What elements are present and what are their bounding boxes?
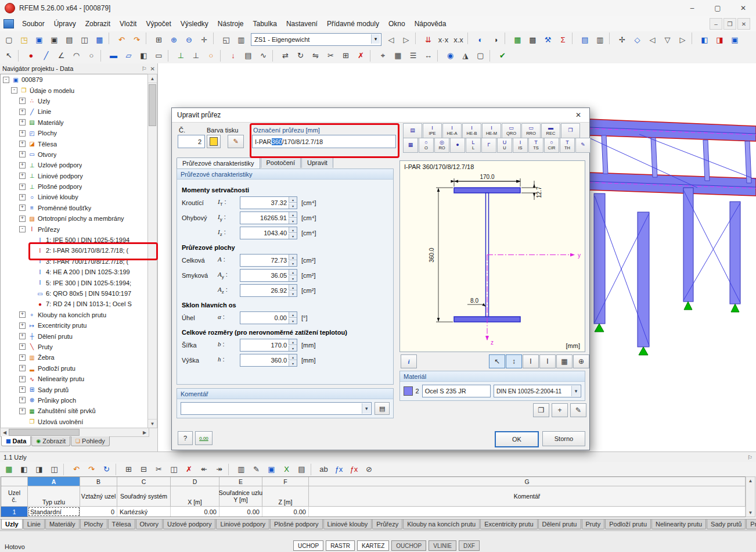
isometric-view-icon[interactable]: ◇ (630, 33, 645, 46)
value-spinner[interactable]: 26.92 (240, 284, 297, 297)
column-letter[interactable]: G (309, 477, 746, 486)
tree-item[interactable]: I 4: HE A 200 | DIN 1025-3:199 (1, 267, 149, 277)
mesh-settings-icon[interactable]: ▩ (525, 33, 540, 46)
table-tab[interactable]: Linie (23, 519, 45, 529)
node-type-cell[interactable]: Standardní (28, 507, 80, 517)
surface-icon[interactable]: ▱ (121, 49, 136, 63)
value-spinner[interactable]: 16265.91 (240, 212, 297, 224)
picture-icon[interactable]: ▣ (264, 463, 279, 476)
navigator-tab[interactable]: ❏ Pohledy (71, 436, 110, 446)
comment-combo[interactable] (181, 402, 372, 415)
table-tab[interactable]: Liniové podpory (216, 519, 269, 529)
tree-item[interactable]: + ╱ Linie (1, 106, 149, 117)
tree-item[interactable]: + ⊥ Uzlové podpory (1, 160, 149, 170)
x-cell[interactable]: 0.00 (171, 507, 219, 517)
maximize-button[interactable]: ▢ (705, 0, 730, 16)
select-pointer-icon[interactable]: ↖ (2, 49, 16, 63)
separator[interactable] (467, 33, 471, 44)
section-heb-button[interactable]: I HE-B (462, 123, 481, 138)
tree-item[interactable]: + ∘ Klouby na koncích prutu (1, 310, 149, 320)
tree-item[interactable]: + ▤ Materiály (1, 117, 149, 128)
shadow-mode-icon[interactable]: ◑ (488, 33, 503, 46)
edit-mode-icon[interactable]: ✎ (249, 463, 264, 476)
separator[interactable] (370, 50, 374, 62)
tree-expander-icon[interactable]: + (19, 333, 26, 339)
preview-table-icon[interactable]: ▦ (556, 354, 573, 368)
value-spinner[interactable]: 0.00 (240, 311, 297, 324)
tree-item[interactable]: I 5: IPE 300 | DIN 1025-5:1994; (1, 277, 149, 288)
material-library-button[interactable]: ❐ (533, 403, 549, 417)
value-spinner[interactable]: 72.73 (240, 254, 297, 267)
tree-item[interactable]: - ❐ Údaje o modelu (1, 85, 149, 95)
refresh-icon[interactable]: ↻ (99, 463, 114, 476)
numbering-sup-icon[interactable]: x·x (436, 33, 451, 46)
view-x-icon[interactable]: ◁ (645, 33, 660, 46)
menu-item[interactable]: Úpravy (49, 17, 81, 30)
tree-item[interactable]: + ╲ Pruty (1, 342, 149, 352)
tree-item[interactable]: I 1: IPE 500 | DIN 1025-5:1994 (1, 235, 149, 245)
tree-item[interactable]: + ▭ Otvory (1, 149, 149, 160)
edit-color-button[interactable]: ✎ (228, 135, 244, 148)
separator[interactable] (146, 33, 150, 44)
separator[interactable] (572, 33, 576, 44)
comment-cell[interactable] (309, 507, 746, 517)
navigator-horizontal-scrollbar[interactable]: ◀▶ (0, 428, 149, 437)
column-letter[interactable]: C (117, 477, 171, 486)
column-letter[interactable]: E (219, 477, 262, 486)
full-view-icon[interactable]: ◱ (219, 33, 233, 46)
tree-expander-icon[interactable]: + (19, 194, 26, 200)
table-tab[interactable]: Sady prutů (707, 519, 746, 529)
mdi-minimize-button[interactable]: – (710, 18, 722, 30)
next-load-case-icon[interactable]: ▷ (399, 33, 413, 46)
menu-item[interactable]: Výpočet (141, 17, 175, 30)
rotate-icon[interactable]: ↻ (293, 49, 308, 63)
section-o-button[interactable]: ○ O (419, 138, 434, 153)
separator[interactable] (272, 50, 276, 62)
tree-item[interactable]: + ◰ Plochy (1, 128, 149, 138)
previous-load-case-icon[interactable]: ◁ (384, 33, 398, 46)
dialog-tab[interactable]: Upravit (301, 157, 333, 168)
panel-toggle-icon[interactable]: ▣ (728, 33, 742, 46)
print-icon[interactable]: ▤ (62, 33, 77, 46)
view-mode-icon[interactable]: ▥ (234, 463, 249, 476)
tree-expander-icon[interactable]: + (19, 386, 26, 393)
preview-stress-points-icon[interactable]: I (523, 354, 539, 368)
tree-expander-icon[interactable]: + (19, 109, 26, 115)
tree-expander-icon[interactable]: + (19, 184, 26, 190)
tree-item[interactable]: I 2: I-PAR 360/170/8/12.7/18; ( (1, 245, 149, 256)
tree-expander-icon[interactable]: + (19, 205, 26, 211)
section-rec-button[interactable]: ▬ REC (541, 123, 560, 138)
row-number-cell[interactable]: 1 (1, 507, 28, 517)
results-icon[interactable]: Σ (556, 33, 570, 46)
open-file-icon[interactable]: ◳ (17, 33, 31, 46)
tree-expander-icon[interactable]: + (19, 376, 26, 382)
dimension-icon[interactable]: ↔ (421, 49, 435, 63)
table-tab[interactable]: Excentricity prutu (480, 519, 537, 529)
material-name-field[interactable]: Ocel S 235 JR (422, 385, 491, 397)
navigator-vertical-scrollbar[interactable]: ▲▼ (147, 74, 157, 428)
tree-item[interactable]: + ┼ Dělení prutu (1, 331, 149, 341)
column-letter[interactable]: D (171, 477, 219, 486)
view-z-icon[interactable]: ▷ (675, 33, 690, 46)
close-button[interactable]: ✕ (730, 0, 756, 16)
menu-item[interactable]: Nastavení (282, 17, 322, 30)
solid-icon[interactable]: ◧ (136, 49, 151, 63)
render-mode-icon[interactable]: ◐ (473, 33, 488, 46)
coord-system-cell[interactable]: Kartézský (117, 507, 171, 517)
tree-item[interactable]: + ◪ Tělesa (1, 138, 149, 149)
table-tab[interactable]: Otvory (136, 519, 163, 529)
table-tab[interactable]: Pruty (582, 519, 605, 529)
dialog-title-bar[interactable]: Upravit průřez ✕ (172, 108, 589, 123)
separator[interactable] (213, 33, 217, 44)
preview-zoom-icon[interactable]: ⊕ (573, 354, 589, 368)
column-letter[interactable] (1, 477, 28, 486)
table-view-icon[interactable]: ▥ (234, 33, 249, 46)
status-toggle-button[interactable]: OUCHOP (391, 540, 426, 551)
table-tab[interactable]: Nelinearity prutu (651, 519, 706, 529)
tree-item[interactable]: + ⊥ Liniové podpory (1, 171, 149, 181)
undo-icon[interactable]: ↶ (114, 33, 129, 46)
calculate-icon[interactable]: ⚒ (541, 33, 555, 46)
separator[interactable] (116, 464, 120, 475)
section-ts-button[interactable]: T TS (528, 138, 543, 153)
snap-icon[interactable]: ⌖ (376, 49, 390, 63)
